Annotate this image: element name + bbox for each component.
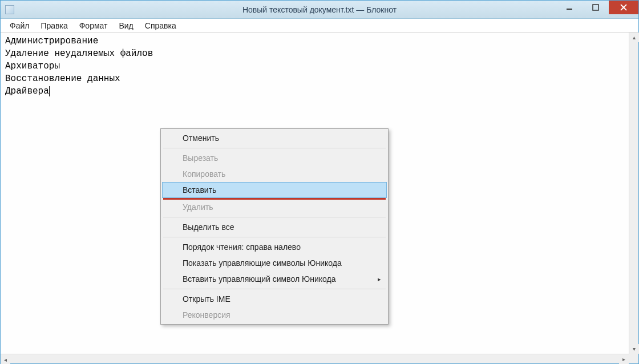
editor-line: Архиваторы: [5, 61, 60, 71]
minimize-icon: [566, 4, 573, 11]
window-controls: [556, 1, 638, 14]
scroll-left-icon[interactable]: ◂: [1, 355, 10, 364]
ctx-separator: [163, 148, 386, 148]
ctx-separator: [163, 217, 386, 217]
window-title: Новый текстовый документ.txt — Блокнот: [242, 5, 397, 14]
maximize-button[interactable]: [583, 1, 609, 14]
menubar: Файл Правка Формат Вид Справка: [1, 19, 638, 33]
ctx-select-all[interactable]: Выделить все: [162, 219, 387, 235]
horizontal-scrollbar[interactable]: ◂ ▸: [1, 354, 629, 363]
ctx-cut[interactable]: Вырезать: [162, 150, 387, 166]
menu-file[interactable]: Файл: [4, 20, 35, 31]
ctx-undo[interactable]: Отменить: [162, 130, 387, 146]
context-menu: Отменить Вырезать Копировать Вставить Уд…: [160, 128, 389, 325]
ctx-paste[interactable]: Вставить: [162, 182, 387, 198]
close-button[interactable]: [609, 1, 638, 14]
ctx-reading-order[interactable]: Порядок чтения: справа налево: [162, 239, 387, 255]
ctx-separator: [163, 289, 386, 289]
svg-rect-1: [593, 5, 598, 10]
editor-line: Восстановление данных: [5, 74, 120, 84]
menu-edit[interactable]: Правка: [35, 20, 73, 31]
menu-format[interactable]: Формат: [74, 20, 114, 31]
ctx-insert-unicode[interactable]: Вставить управляющий символ Юникода: [162, 271, 387, 287]
menu-view[interactable]: Вид: [113, 20, 139, 31]
ctx-show-unicode[interactable]: Показать управляющие символы Юникода: [162, 255, 387, 271]
editor-line: Драйвера: [5, 86, 49, 96]
maximize-icon: [592, 4, 599, 11]
ctx-separator: [163, 237, 386, 237]
svg-rect-0: [567, 9, 572, 10]
editor-line: Удаление неудаляемых файлов: [5, 48, 153, 59]
text-caret: [49, 86, 50, 96]
close-icon: [620, 4, 627, 11]
ctx-reconversion[interactable]: Реконверсия: [162, 307, 387, 323]
minimize-button[interactable]: [556, 1, 583, 14]
titlebar[interactable]: Новый текстовый документ.txt — Блокнот: [1, 1, 638, 19]
scroll-up-icon[interactable]: ▴: [629, 33, 639, 42]
editor-line: Администрирование: [5, 36, 98, 46]
ctx-copy[interactable]: Копировать: [162, 166, 387, 182]
scroll-right-icon[interactable]: ▸: [619, 354, 629, 364]
app-icon: [5, 5, 14, 14]
ctx-delete[interactable]: Удалить: [162, 199, 387, 215]
ctx-open-ime[interactable]: Открыть IME: [162, 291, 387, 307]
menu-help[interactable]: Справка: [139, 20, 182, 31]
scroll-corner: [629, 354, 638, 363]
scroll-down-icon[interactable]: ▾: [629, 344, 639, 354]
vertical-scrollbar[interactable]: ▴ ▾: [629, 33, 638, 354]
